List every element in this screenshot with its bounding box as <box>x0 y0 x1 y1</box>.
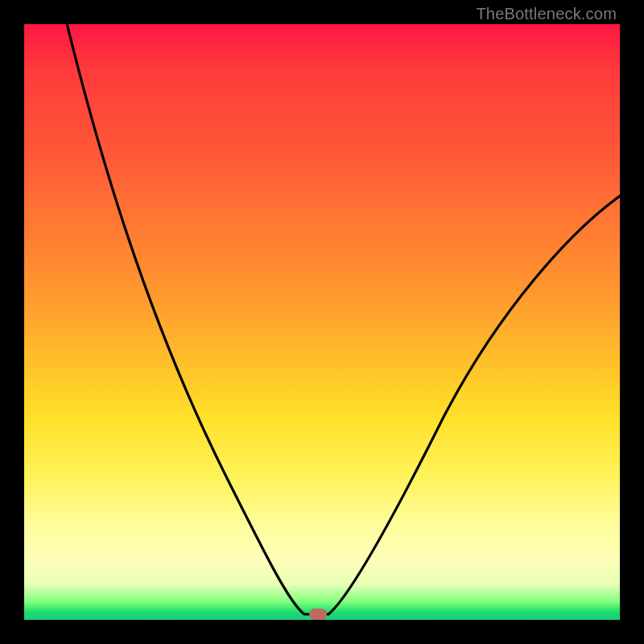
bottleneck-curve <box>24 24 620 620</box>
curve-path <box>66 24 620 614</box>
watermark-text: TheBottleneck.com <box>476 5 617 23</box>
optimal-marker <box>309 609 327 620</box>
chart-area <box>24 24 620 620</box>
